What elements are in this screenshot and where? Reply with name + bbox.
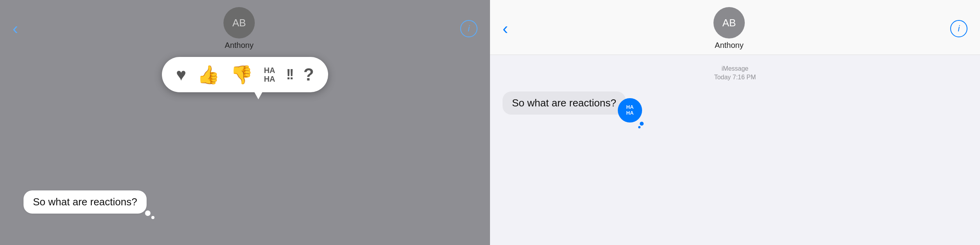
bubble-right-wrapper: So what are reactions? HAHA (503, 91, 967, 115)
left-header: ‹ AB Anthony i (0, 0, 490, 55)
bubble-right: So what are reactions? HAHA (503, 91, 626, 115)
info-icon-right: i (958, 24, 960, 34)
timestamp-line2: Today 7:16 PM (714, 74, 756, 80)
reaction-heart[interactable]: ♥ (176, 65, 186, 84)
avatar-initials-right: AB (722, 17, 736, 29)
left-panel: ‹ AB Anthony i ♥ 👍 👎 HAHA !! ? So what a… (0, 0, 490, 245)
message-area-left: So what are reactions? (24, 190, 147, 214)
back-button-right[interactable]: ‹ (503, 20, 508, 37)
reaction-exclaim[interactable]: !! (286, 66, 292, 83)
bubble-text-right: So what are reactions? (512, 97, 616, 109)
contact-name-left[interactable]: Anthony (225, 41, 253, 50)
avatar-left[interactable]: AB (223, 7, 255, 38)
reaction-haha[interactable]: HAHA (264, 66, 275, 83)
info-button-right[interactable]: i (950, 20, 967, 37)
haha-reaction-badge[interactable]: HAHA (618, 98, 642, 122)
bubble-left: So what are reactions? (24, 190, 147, 214)
info-icon-left: i (468, 24, 470, 34)
reaction-question[interactable]: ? (303, 65, 314, 84)
right-panel: ‹ AB Anthony i iMessage Today 7:16 PM So… (490, 0, 980, 245)
contact-name-right[interactable]: Anthony (715, 41, 743, 50)
back-button-left[interactable]: ‹ (13, 20, 18, 37)
header-center-left: AB Anthony (223, 7, 255, 50)
message-list: iMessage Today 7:16 PM So what are react… (490, 55, 980, 245)
reaction-popup: ♥ 👍 👎 HAHA !! ? (162, 57, 328, 92)
header-center-right: AB Anthony (713, 7, 745, 50)
timestamp-label: iMessage Today 7:16 PM (503, 64, 967, 82)
avatar-initials-left: AB (232, 17, 246, 29)
bubble-text-left: So what are reactions? (33, 196, 137, 208)
right-header: ‹ AB Anthony i (490, 0, 980, 55)
avatar-right[interactable]: AB (713, 7, 745, 38)
reaction-thumbsdown[interactable]: 👎 (230, 64, 253, 85)
reaction-thumbsup[interactable]: 👍 (197, 64, 220, 85)
timestamp-line1: iMessage (722, 65, 748, 72)
info-button-left[interactable]: i (460, 20, 477, 37)
